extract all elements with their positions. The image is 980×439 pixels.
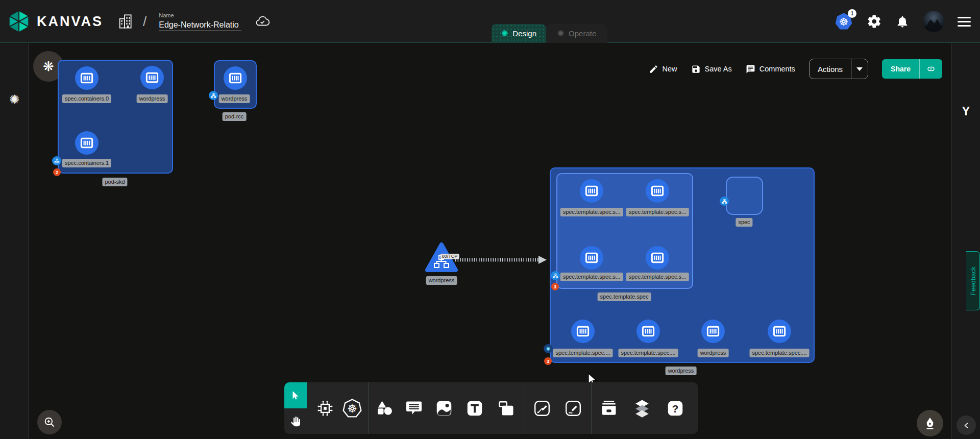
freehand-draw-tool[interactable] — [563, 398, 583, 419]
shapes-tool[interactable] — [375, 398, 395, 419]
container-icon — [584, 250, 599, 265]
issue-count-badge[interactable]: 3 — [551, 283, 559, 290]
kubernetes-tool[interactable]: ☸ — [342, 398, 362, 419]
comment-icon — [405, 399, 423, 418]
issue-count-badge[interactable]: 2 — [53, 168, 61, 176]
note-tool[interactable] — [496, 398, 517, 419]
pen-nib-icon — [923, 416, 937, 430]
new-button[interactable]: New — [649, 64, 677, 74]
breadcrumb-separator: / — [143, 14, 146, 30]
pen-path-icon — [533, 399, 551, 418]
hierarchy-badge[interactable] — [209, 91, 218, 100]
group-label: wordpress — [666, 367, 697, 375]
help-tool[interactable]: ? — [665, 398, 685, 419]
hand-icon — [289, 415, 302, 427]
container-node[interactable] — [75, 66, 99, 90]
save-icon — [691, 64, 701, 74]
node-label: spec.template.spec.... — [619, 349, 678, 357]
sitemap-icon — [211, 93, 216, 99]
tab-operate[interactable]: ✺ Operate — [546, 24, 607, 43]
share-button[interactable]: Share — [882, 59, 942, 79]
copy-link-button[interactable] — [920, 64, 942, 74]
container-node[interactable] — [580, 246, 603, 270]
pan-tool[interactable] — [284, 408, 307, 434]
comment-tool[interactable] — [404, 398, 424, 419]
ink-pen-button[interactable] — [917, 410, 943, 436]
hierarchy-badge[interactable] — [720, 197, 729, 206]
hamburger-menu-icon[interactable] — [958, 17, 971, 27]
text-tool[interactable] — [464, 398, 485, 419]
actions-dropdown-button[interactable]: Actions — [809, 59, 868, 79]
node-label: spec.template.spec.... — [553, 349, 613, 357]
container-node[interactable] — [636, 320, 660, 343]
group-label: spec.template.spec — [598, 292, 651, 301]
container-icon — [228, 70, 243, 86]
edge-connector[interactable] — [454, 254, 549, 265]
edge-port-label: 80/TCP — [440, 254, 459, 259]
settings-gear-icon[interactable] — [867, 14, 882, 29]
container-node[interactable] — [571, 320, 595, 343]
right-panel-letter[interactable]: Y — [951, 105, 980, 118]
kanvas-app: KANVAS / Nam — [0, 0, 980, 439]
container-node[interactable] — [140, 66, 164, 89]
context-badge[interactable]: ✺ — [544, 344, 553, 353]
container-icon — [705, 324, 721, 339]
kubernetes-context-button[interactable]: ☸ 1 — [834, 12, 853, 31]
container-node[interactable] — [580, 179, 603, 203]
template-group[interactable] — [556, 173, 693, 289]
canvas-toolbar: ☸ — [284, 382, 698, 434]
feedback-tab[interactable]: Feedback — [966, 251, 980, 310]
node-label: spec.template.spec.s... — [560, 208, 623, 216]
group-label: pod-rcc — [223, 112, 247, 121]
right-sidebar-strip: Y — [951, 43, 980, 439]
comments-button[interactable]: Comments — [746, 64, 795, 74]
sitemap-icon — [722, 199, 727, 204]
notifications-bell-icon[interactable] — [895, 14, 910, 29]
save-as-button[interactable]: Save As — [691, 64, 732, 74]
organization-icon[interactable] — [117, 12, 134, 31]
select-tool[interactable] — [284, 382, 307, 408]
design-name-block: Name — [159, 12, 241, 31]
app-header: KANVAS / Nam — [0, 0, 980, 43]
layers-tool[interactable] — [632, 398, 652, 419]
share-label: Share — [882, 65, 919, 73]
design-name-input[interactable] — [159, 19, 241, 31]
tab-design[interactable]: ✺ Design — [492, 24, 546, 43]
spec-node[interactable] — [726, 177, 763, 215]
image-tool[interactable] — [434, 398, 454, 419]
spiral-icon: ✺ — [546, 346, 550, 352]
node-label: spec.containers.1 — [62, 159, 111, 167]
component-search-tool[interactable] — [315, 398, 335, 419]
context-count-badge: 1 — [848, 9, 856, 18]
issue-count-badge[interactable]: 3 — [544, 357, 552, 365]
hierarchy-badge[interactable] — [551, 271, 560, 280]
container-node[interactable] — [768, 320, 791, 343]
node-label: spec.template.spec.s... — [626, 273, 689, 281]
container-icon — [144, 70, 160, 85]
note-icon — [497, 399, 516, 418]
sitemap-icon — [54, 158, 60, 164]
actions-caret[interactable] — [851, 67, 868, 71]
container-node[interactable] — [646, 179, 669, 203]
hierarchy-badge[interactable] — [52, 156, 61, 165]
container-node[interactable] — [646, 246, 669, 270]
operate-tab-label: Operate — [569, 29, 596, 38]
zoom-button[interactable] — [37, 410, 62, 434]
svg-text:☸: ☸ — [347, 402, 357, 415]
user-avatar[interactable] — [923, 11, 944, 32]
drawer-tool[interactable] — [599, 398, 619, 419]
collapse-right-panel-button[interactable] — [957, 416, 976, 435]
comments-label: Comments — [760, 65, 795, 73]
kanvas-logo-icon[interactable] — [8, 10, 30, 33]
container-icon — [584, 183, 599, 199]
pen-tool[interactable] — [532, 398, 552, 419]
sitemap-icon — [553, 273, 558, 279]
magnifier-plus-icon — [43, 416, 56, 429]
container-node[interactable] — [701, 320, 725, 343]
meshery-spiral-icon[interactable]: ✺ — [7, 92, 21, 107]
container-node[interactable] — [75, 131, 99, 155]
design-tab-label: Design — [512, 29, 536, 38]
container-node[interactable] — [224, 66, 247, 90]
logo-wordmark: KANVAS — [37, 14, 103, 30]
node-label: spec.template.spec.s... — [560, 273, 623, 281]
